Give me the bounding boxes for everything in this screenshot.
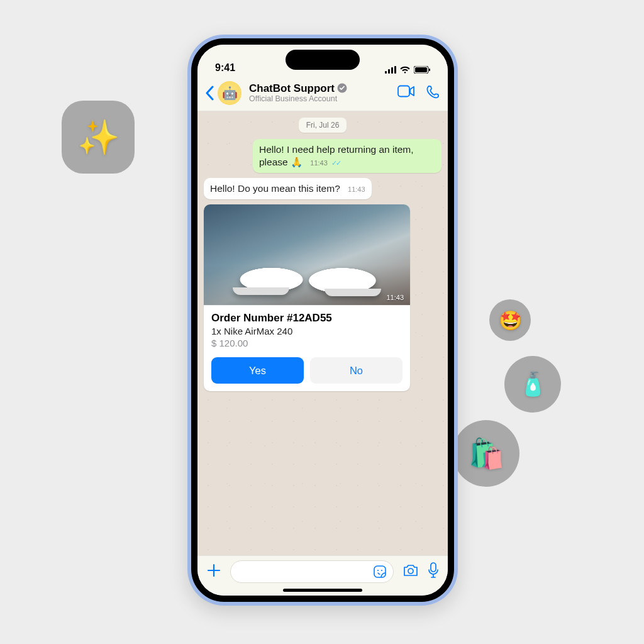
outgoing-message[interactable]: Hello! I need help returning an item, pl… [253, 139, 441, 173]
status-time: 9:41 [215, 62, 235, 74]
shoe-graphic [218, 251, 396, 299]
order-line: 1x Nike AirMax 240 [211, 326, 402, 336]
svg-point-12 [408, 569, 413, 574]
incoming-message[interactable]: Hello! Do you mean this item? 11:43 [204, 178, 372, 199]
sticker-icon [373, 565, 387, 579]
svg-point-10 [377, 569, 379, 570]
incoming-time: 11:43 [348, 185, 365, 194]
chat-title: ChatBot Support [249, 82, 335, 95]
camera-button[interactable] [402, 564, 419, 580]
avatar[interactable]: 🤖 [218, 81, 242, 105]
svg-rect-5 [415, 67, 427, 72]
svg-rect-3 [394, 66, 396, 74]
outgoing-meta: 11:43 ✓✓ [310, 158, 340, 167]
phone-icon [426, 85, 440, 99]
product-actions: Yes No [204, 357, 410, 391]
video-icon [397, 85, 415, 97]
phone-screen: 9:41 🤖 ChatBot Support Official Business… [191, 38, 454, 602]
svg-point-11 [381, 569, 382, 570]
svg-rect-1 [388, 69, 390, 74]
chat-subtitle: Official Business Account [249, 94, 394, 103]
chat-title-block[interactable]: ChatBot Support Official Business Accoun… [249, 82, 394, 104]
wifi-icon [400, 66, 410, 74]
deco-bottle-blob: 🧴 [504, 356, 561, 413]
order-price: $ 120.00 [211, 338, 402, 348]
order-title: Order Number #12AD55 [211, 312, 402, 325]
read-ticks-icon: ✓✓ [331, 159, 340, 167]
svg-rect-9 [374, 566, 386, 577]
svg-rect-13 [431, 563, 436, 572]
product-body: Order Number #12AD55 1x Nike AirMax 240 … [204, 305, 410, 357]
no-button[interactable]: No [310, 357, 402, 384]
star-struck-icon: 🤩 [499, 309, 522, 331]
mic-button[interactable] [428, 562, 439, 581]
deco-sparkle-blob: ✨ [62, 101, 135, 174]
message-input[interactable] [230, 560, 394, 583]
camera-icon [402, 564, 419, 577]
home-indicator [283, 589, 362, 592]
yes-button[interactable]: Yes [211, 357, 304, 384]
audio-call-button[interactable] [426, 85, 440, 101]
back-button[interactable] [205, 86, 214, 101]
svg-rect-6 [429, 69, 430, 71]
product-card: 11:43 Order Number #12AD55 1x Nike AirMa… [204, 204, 410, 391]
lotion-icon: 🧴 [519, 371, 547, 397]
dynamic-island [286, 50, 360, 70]
chevron-left-icon [205, 86, 214, 101]
deco-face-blob: 🤩 [489, 299, 531, 341]
svg-rect-0 [385, 71, 387, 74]
attach-button[interactable] [206, 563, 221, 580]
deco-bags-blob: 🛍️ [453, 420, 519, 487]
product-image-time: 11:43 [386, 294, 404, 301]
date-chip: Fri, Jul 26 [299, 118, 347, 133]
svg-rect-2 [391, 67, 393, 74]
chat-header: 🤖 ChatBot Support Official Business Acco… [197, 75, 448, 111]
cellular-icon [385, 66, 396, 74]
video-call-button[interactable] [397, 85, 415, 101]
outgoing-time: 11:43 [310, 159, 328, 167]
product-image[interactable]: 11:43 [204, 204, 410, 305]
chat-body[interactable]: Fri, Jul 26 Hello! I need help returning… [197, 111, 448, 555]
battery-icon [414, 66, 430, 74]
sparkle-icon: ✨ [77, 118, 119, 157]
plus-icon [206, 563, 221, 578]
phone-frame: 9:41 🤖 ChatBot Support Official Business… [187, 35, 458, 606]
svg-rect-8 [398, 86, 409, 96]
incoming-text: Hello! Do you mean this item? [210, 183, 340, 194]
shopping-bags-icon: 🛍️ [469, 436, 504, 470]
status-indicators [385, 66, 430, 74]
mic-icon [428, 562, 439, 579]
avatar-emoji: 🤖 [222, 86, 238, 101]
verified-icon [337, 83, 347, 93]
